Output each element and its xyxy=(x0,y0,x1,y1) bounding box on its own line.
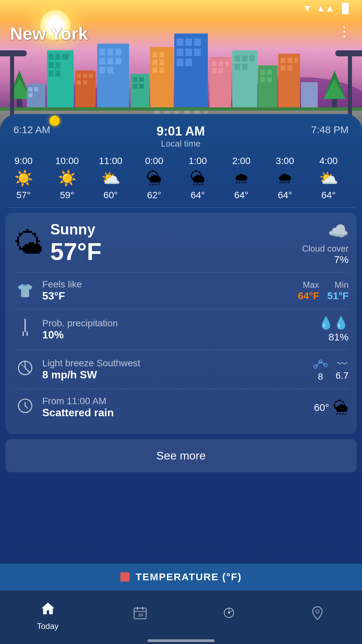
temperature-label: TEMPERATURE (°F) xyxy=(136,571,242,583)
forecast-temp: 60° xyxy=(314,402,329,413)
svg-rect-72 xyxy=(267,77,272,82)
hour-label: 1:00 xyxy=(189,156,207,166)
max-label: Max xyxy=(298,280,319,290)
sunrise-time: 6:12 AM xyxy=(13,124,50,136)
svg-rect-28 xyxy=(107,49,113,55)
wind-num: 8 xyxy=(312,371,329,382)
cloud-cover-label: Cloud cover xyxy=(302,244,349,254)
hour-temp: 64° xyxy=(321,190,336,201)
temperature-color-indicator xyxy=(120,572,130,582)
hour-label: 0:00 xyxy=(145,156,164,166)
hour-temp: 60° xyxy=(104,190,118,201)
status-bar: ▼ ▲▲ ▐▌ xyxy=(0,0,362,17)
more-options-button[interactable]: ⋮ xyxy=(338,23,352,39)
current-temperature: 57°F xyxy=(50,238,102,265)
svg-rect-57 xyxy=(212,61,217,66)
hour-weather-icon: ☀️ xyxy=(58,169,77,187)
nav-today[interactable]: Today xyxy=(37,601,58,631)
hourly-item[interactable]: 11:00 ⛅ 60° xyxy=(94,156,127,201)
hour-weather-icon: ☀️ xyxy=(14,169,33,187)
svg-rect-66 xyxy=(235,64,240,70)
svg-rect-50 xyxy=(194,39,201,46)
svg-rect-17 xyxy=(55,62,60,68)
svg-rect-45 xyxy=(153,67,157,73)
svg-rect-11 xyxy=(28,93,33,97)
wind-label: Light breeze Southwest xyxy=(42,358,312,369)
svg-rect-37 xyxy=(139,77,144,82)
nav-today-label: Today xyxy=(37,622,58,631)
temperature-section: TEMPERATURE (°F) xyxy=(0,564,362,590)
svg-rect-43 xyxy=(153,60,157,65)
nav-location[interactable] xyxy=(310,605,325,626)
forecast-time-label: From 11:00 AM xyxy=(42,396,314,407)
svg-rect-53 xyxy=(194,49,201,56)
sun-position-indicator xyxy=(50,116,60,126)
svg-rect-25 xyxy=(83,80,87,85)
svg-line-92 xyxy=(25,406,28,408)
hourly-item[interactable]: 9:00 ☀️ 57° xyxy=(7,156,40,201)
feels-like-row: 👕 Feels like 53°F Max 64°F Min 51°F xyxy=(13,272,349,309)
hour-temp: 64° xyxy=(234,190,248,201)
svg-rect-75 xyxy=(288,58,292,63)
hourly-item[interactable]: 2:00 🌧 64° xyxy=(225,156,258,201)
hourly-forecast[interactable]: 9:00 ☀️ 57° 10:00 ☀️ 59° 11:00 ⛅ 60° 0:0… xyxy=(0,152,362,207)
svg-rect-46 xyxy=(160,67,164,73)
precip-value: 10% xyxy=(42,329,318,341)
svg-rect-34 xyxy=(107,67,113,73)
svg-rect-69 xyxy=(260,70,265,75)
wind-gust: 6.7 xyxy=(336,370,349,381)
calendar-icon: 10 xyxy=(133,605,147,624)
local-time: 9:01 AM xyxy=(157,124,205,139)
hourly-item[interactable]: 0:00 🌦 62° xyxy=(137,156,171,201)
rain-drops-icon: 💧💧 xyxy=(318,316,349,330)
svg-rect-36 xyxy=(133,77,137,82)
min-temp: 51°F xyxy=(327,290,349,302)
nav-calendar[interactable]: 10 xyxy=(133,605,147,626)
svg-rect-81 xyxy=(24,319,26,332)
hour-weather-icon: 🌧 xyxy=(234,169,249,187)
forecast-condition: Scattered rain xyxy=(42,407,314,419)
street-lamp-right xyxy=(348,55,352,122)
precip-label: Prob. precipitation xyxy=(42,318,318,329)
svg-point-99 xyxy=(228,612,230,614)
weather-panel: 6:12 AM 9:01 AM Local time 7:48 PM 9:00 … xyxy=(0,114,362,590)
svg-rect-14 xyxy=(55,54,60,60)
svg-rect-67 xyxy=(242,64,247,70)
svg-rect-61 xyxy=(219,68,223,73)
wind-value: 8 mp/h SW xyxy=(42,369,312,381)
forecast-change-row: From 11:00 AM Scattered rain 60° 🌦 xyxy=(13,389,349,426)
cloud-cover-value: 7% xyxy=(302,254,349,265)
svg-rect-64 xyxy=(242,55,247,61)
svg-rect-41 xyxy=(153,52,157,57)
hour-temp: 64° xyxy=(191,190,205,201)
feels-like-label: Feels like xyxy=(42,279,298,290)
svg-rect-30 xyxy=(99,58,105,64)
svg-rect-52 xyxy=(185,49,192,56)
svg-rect-21 xyxy=(77,74,81,78)
svg-rect-79 xyxy=(301,82,318,111)
divider-hourly xyxy=(7,207,355,208)
hour-label: 11:00 xyxy=(99,156,122,166)
city-name: New York xyxy=(10,23,88,44)
svg-rect-74 xyxy=(281,58,285,63)
nav-forecast[interactable] xyxy=(222,605,236,626)
hourly-item[interactable]: 10:00 ☀️ 59° xyxy=(50,156,84,201)
forecast-icon xyxy=(222,605,236,624)
hour-label: 3:00 xyxy=(276,156,294,166)
hour-temp: 64° xyxy=(278,190,292,201)
hour-label: 4:00 xyxy=(319,156,338,166)
hour-temp: 62° xyxy=(147,190,161,201)
svg-rect-71 xyxy=(260,77,265,82)
svg-rect-27 xyxy=(99,49,105,55)
current-weather-card: 🌤 Sunny 57°F ☁️ Cloud cover 7% 👕 Feels l… xyxy=(5,213,357,434)
hourly-item[interactable]: 3:00 🌧 64° xyxy=(268,156,302,201)
wifi-icon: ▼ xyxy=(303,3,312,14)
svg-rect-18 xyxy=(49,70,54,76)
hour-temp: 57° xyxy=(16,190,31,201)
svg-rect-60 xyxy=(212,68,217,73)
see-more-button[interactable]: See more xyxy=(5,439,357,472)
hourly-item[interactable]: 1:00 🌦 64° xyxy=(181,156,215,201)
hour-label: 10:00 xyxy=(55,156,79,166)
feels-like-icon: 👕 xyxy=(13,283,37,299)
hourly-item[interactable]: 4:00 ⛅ 64° xyxy=(312,156,345,201)
